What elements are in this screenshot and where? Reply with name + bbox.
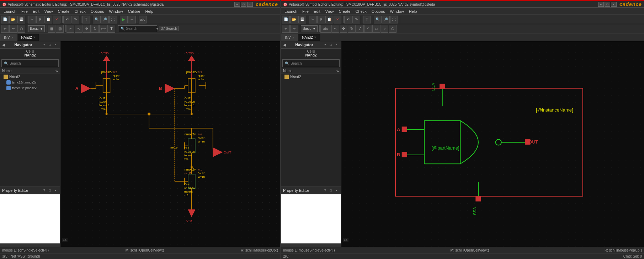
tb2-deselect-left[interactable]: ▧ xyxy=(56,25,64,33)
tb2-select-left[interactable]: ↖ xyxy=(75,25,83,33)
menu-create-left[interactable]: Create xyxy=(55,9,71,14)
tab-nand2-right[interactable]: NAnd2 × xyxy=(298,34,320,41)
prop-help-right[interactable]: ? xyxy=(323,188,328,193)
nav-item-nmos-left[interactable]: tsmc18rf.nmos2v xyxy=(0,80,60,85)
tb2-btn2-left[interactable]: ↪ xyxy=(9,25,17,33)
tb2-rotate-left[interactable]: ↻ xyxy=(91,25,99,33)
tb-abc-left[interactable]: abc xyxy=(139,16,147,23)
tb-zoom-in-left[interactable]: 🔍 xyxy=(93,16,101,23)
tb-delete-right[interactable]: ✕ xyxy=(334,16,341,23)
nav-item-pmos-left[interactable]: tsmc18rf.pmos2v xyxy=(0,85,60,91)
tb-undo-right[interactable]: ↶ xyxy=(344,16,352,23)
tb2-text2-left[interactable]: T xyxy=(107,25,115,33)
right-canvas[interactable]: A B OUT VDD VSS [@instanceName] [@partNa… xyxy=(341,41,644,247)
tb2-arc-right[interactable]: ◜ xyxy=(364,25,372,33)
menu-file-left[interactable]: File xyxy=(19,9,30,14)
tb2-btn1-right[interactable]: ↩ xyxy=(282,25,290,33)
tb-save-right[interactable]: 💾 xyxy=(298,16,306,23)
tb-delete-left[interactable]: ✕ xyxy=(53,16,60,23)
tb-step-left[interactable]: ⇒ xyxy=(128,16,136,23)
right-maximize-btn[interactable]: □ xyxy=(605,2,610,7)
tb2-move-right[interactable]: ✥ xyxy=(340,25,347,33)
nav-help-left[interactable]: ? xyxy=(42,42,47,47)
prop-close-left[interactable]: × xyxy=(53,188,58,193)
tb-fit-right[interactable]: ⛶ xyxy=(390,16,398,23)
tb-fit-left[interactable]: ⛶ xyxy=(109,16,117,23)
tb-redo-left[interactable]: ↷ xyxy=(71,16,79,23)
menu-calibre-left[interactable]: Calibre xyxy=(126,9,143,14)
tb-open-right[interactable]: 📂 xyxy=(290,16,298,23)
menu-create-right[interactable]: Create xyxy=(336,9,352,14)
tb2-search-left[interactable]: 🔍 ▼ xyxy=(118,25,157,32)
tb-run-left[interactable]: ▶ xyxy=(120,16,128,23)
menu-edit-left[interactable]: Edit xyxy=(31,9,42,14)
left-canvas[interactable]: VDD VDD pmos2v M2 "pch" w:2u xyxy=(60,41,280,247)
prop-help-left[interactable]: ? xyxy=(42,188,47,193)
menu-view-left[interactable]: View xyxy=(42,9,55,14)
tb-save-left[interactable]: 💾 xyxy=(17,16,25,23)
tab-inv-close-right[interactable]: × xyxy=(292,36,294,39)
tb-cut-right[interactable]: ✂ xyxy=(309,16,317,23)
nav-item-nand2-right[interactable]: NAnd2 xyxy=(281,74,341,80)
tab-inv-close-left[interactable]: × xyxy=(11,36,13,39)
menu-launch-left[interactable]: Launch xyxy=(1,9,18,14)
prop-pin-right[interactable]: □ xyxy=(328,188,333,193)
tb2-line-right[interactable]: ╱ xyxy=(356,25,364,33)
menu-help-right[interactable]: Help xyxy=(407,9,419,14)
tb-copy-left[interactable]: ⎘ xyxy=(36,16,44,23)
tb2-move-left[interactable]: ✥ xyxy=(83,25,91,33)
left-win-controls[interactable]: − □ × xyxy=(234,2,253,7)
tb-open-left[interactable]: 📂 xyxy=(9,16,17,23)
nav-item-nand2-left[interactable]: NAnd2 xyxy=(0,74,60,80)
tb2-rect-right[interactable]: □ xyxy=(372,25,380,33)
nav-help-right[interactable]: ? xyxy=(323,42,328,47)
tab-nand2-close-right[interactable]: × xyxy=(314,36,316,39)
menu-window-right[interactable]: Window xyxy=(388,9,406,14)
nav-col-sort-left[interactable]: ⇅ xyxy=(55,69,58,73)
scrollbar-h-nav-right[interactable] xyxy=(281,243,341,247)
tb2-select-right[interactable]: ↖ xyxy=(331,25,339,33)
tb2-btn2-right[interactable]: ↪ xyxy=(290,25,298,33)
tb-copy-right[interactable]: ⎘ xyxy=(317,16,325,23)
tab-inv-left[interactable]: INV × xyxy=(0,34,17,41)
tb-text-left[interactable]: T xyxy=(82,16,90,23)
tb-cut-left[interactable]: ✂ xyxy=(28,16,36,23)
menu-view-right[interactable]: View xyxy=(323,9,336,14)
right-win-controls[interactable]: − □ × xyxy=(598,2,617,7)
menu-edit-right[interactable]: Edit xyxy=(312,9,323,14)
tb2-btn1-left[interactable]: ↩ xyxy=(1,25,9,33)
menu-check-left[interactable]: Check xyxy=(72,9,87,14)
search-dropdown-left[interactable]: ▼ xyxy=(155,27,159,31)
prop-pin-left[interactable]: □ xyxy=(47,188,52,193)
nav-pin-right[interactable]: □ xyxy=(328,42,333,47)
tab-nand2-left[interactable]: NAnd2 × xyxy=(17,34,39,41)
nav-back-right[interactable]: ◀ xyxy=(283,43,286,47)
menu-options-left[interactable]: Options xyxy=(89,9,106,14)
prop-close-right[interactable]: × xyxy=(334,188,339,193)
menu-options-right[interactable]: Options xyxy=(369,9,387,14)
tb2-layer-dropdown-left[interactable]: Basic ▼ xyxy=(28,25,45,32)
nav-search-input-right[interactable] xyxy=(291,61,337,65)
menu-launch-right[interactable]: Launch xyxy=(282,9,299,14)
tb2-mirror-left[interactable]: ⟺ xyxy=(99,25,107,33)
nav-back-left[interactable]: ◀ xyxy=(2,43,5,47)
tb-text-right[interactable]: T xyxy=(363,16,371,23)
tb2-layer-dropdown-right[interactable]: Basic ▼ xyxy=(301,25,318,32)
nav-col-sort-right[interactable]: ⇅ xyxy=(336,69,339,73)
tb-zoom-out-left[interactable]: 🔎 xyxy=(101,16,109,23)
tb2-rotate-right[interactable]: ↻ xyxy=(348,25,356,33)
tb2-poly-right[interactable]: ⬠ xyxy=(389,25,396,33)
nav-close-right[interactable]: × xyxy=(334,42,339,47)
menu-help-left[interactable]: Help xyxy=(143,9,156,14)
nav-search-right[interactable]: 🔍 xyxy=(282,59,340,67)
tb2-selectall-left[interactable]: ▦ xyxy=(48,25,55,33)
tb2-abc-right[interactable]: abc xyxy=(320,25,331,33)
left-close-btn[interactable]: × xyxy=(247,2,253,7)
scrollbar-h-nav-left[interactable] xyxy=(0,243,60,247)
nav-close-left[interactable]: × xyxy=(53,42,58,47)
tb-new-left[interactable]: 📄 xyxy=(1,16,9,23)
tb-new-right[interactable]: 📄 xyxy=(282,16,290,23)
tb-zoom-in-right[interactable]: 🔍 xyxy=(374,16,382,23)
tab-inv-right[interactable]: INV × xyxy=(281,34,298,41)
search-badge-left[interactable]: 37 Search xyxy=(159,26,179,31)
